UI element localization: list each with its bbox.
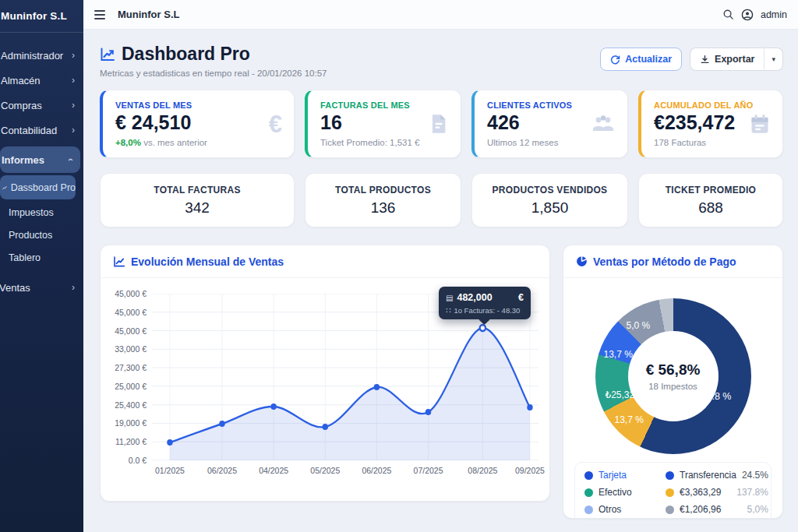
kpi-label: FACTURAS DEL MES — [320, 100, 448, 110]
sidebar-item-label: Administrador — [1, 50, 63, 62]
legend-item-efectivo[interactable]: Efectivo — [584, 487, 662, 498]
sidebar-item-administrador[interactable]: Administrador › — [0, 43, 83, 68]
kpi-label: VENTAS DEL MES — [115, 100, 281, 110]
sidebar-item-compras[interactable]: Compras › — [0, 93, 83, 118]
main-content: Dashboard Pro Metricas y estadisticas en… — [83, 30, 798, 532]
kpi-value: € 24,510 — [115, 111, 281, 134]
sales-evolution-card: Evolución Mensual de Ventas 45,000 €45,0… — [100, 245, 550, 502]
kpi-row: VENTAS DEL MES € 24,510 +8,0% vs. mes an… — [100, 90, 783, 158]
kpi-delta: +8,0% — [115, 138, 141, 147]
chevron-right-icon: › — [72, 100, 75, 111]
legend-item-tarjeta[interactable]: Tarjeta — [584, 470, 662, 481]
menu-icon[interactable] — [94, 10, 107, 19]
chart-title: Ventas por Método de Pago — [593, 255, 736, 268]
company-name: Muninfor S.L — [118, 9, 179, 20]
sidebar-item-label: Almacén — [1, 75, 41, 86]
search-icon[interactable] — [722, 9, 734, 20]
sidebar-subitem-label: Impuestos — [9, 207, 54, 218]
detail-icon: ∷ — [446, 306, 450, 315]
mini-chart-icon — [2, 184, 7, 192]
line-chart-plot: ▤ 482,000 € ∷ 1o Facturas: - 48.30 — [152, 294, 538, 460]
legend-dot — [666, 471, 674, 480]
legend-dot — [584, 506, 593, 514]
chart-card-header: Evolución Mensual de Ventas — [101, 245, 549, 278]
kpi-label: ACUMULADO DEL AÑO — [654, 100, 770, 110]
sidebar-item-label: Contabilidad — [1, 125, 57, 136]
chevron-up-icon: › — [65, 158, 76, 161]
line-chart-icon — [113, 255, 125, 268]
donut-center: € 56,8% 18 Impestos — [628, 331, 719, 421]
sidebar-item-almacen[interactable]: Almacén › — [0, 68, 83, 93]
sidebar-brand: Muninfor S.L — [0, 0, 83, 33]
chart-tooltip: ▤ 482,000 € ∷ 1o Facturas: - 48.30 — [439, 287, 531, 319]
sidebar-item-contabilidad[interactable]: Contabilidad › — [0, 118, 83, 143]
sidebar-item-impuestos[interactable]: Impuestos — [0, 201, 83, 224]
donut-chart: € 56,8% 18 Impestos 56.8 % 13,7 % ₺25,32… — [595, 298, 751, 454]
refresh-icon — [610, 55, 620, 65]
sidebar-item-label: Ventas — [1, 282, 30, 294]
page-title: Dashboard Pro — [100, 44, 327, 65]
export-split-button: Exportar ▾ — [690, 48, 783, 71]
sidebar-subitem-label: Productos — [9, 230, 52, 241]
sidebar-item-informes[interactable]: Informes › — [0, 146, 80, 173]
y-axis: 45,000 €45,000 € 45,000 €33,000 € 27,300… — [107, 290, 152, 464]
legend-dot — [666, 506, 674, 514]
kpi-label: CLIENTES ACTIVOS — [487, 100, 615, 110]
total-card-facturas: TOTAL FACTURAS 342 — [100, 173, 295, 227]
kpi-card-facturas-mes: FACTURAS DEL MES 16 Ticket Promedio: 1,5… — [305, 90, 461, 158]
chevron-right-icon: › — [72, 125, 75, 136]
sidebar-item-tablero[interactable]: Tablero — [0, 246, 83, 269]
calendar-icon — [749, 113, 771, 135]
export-button[interactable]: Exportar — [690, 48, 764, 71]
chevron-right-icon: › — [72, 75, 75, 86]
donut-card-header: Ventas por Método de Pago — [563, 245, 782, 278]
legend-item-amount-1[interactable]: €3,363,29 137.8% — [666, 487, 768, 498]
slice-label: 13,7 % — [604, 349, 633, 360]
sidebar-item-dassboard-pro[interactable]: Dassboard Pro — [0, 175, 76, 199]
refresh-button[interactable]: Actualizar — [600, 48, 682, 71]
slice-label: 5,0 % — [627, 320, 651, 331]
legend-dot — [584, 471, 593, 480]
kpi-card-ventas-mes: VENTAS DEL MES € 24,510 +8,0% vs. mes an… — [100, 90, 295, 158]
line-chart-icon — [100, 47, 115, 62]
app-frame: Muninfor S.L Administrador › Almacén › C… — [0, 0, 798, 532]
export-dropdown-button[interactable]: ▾ — [764, 48, 783, 71]
euro-icon: € — [269, 112, 282, 136]
total-card-ticket: TICKET PROMEDIO 688 — [638, 173, 783, 227]
sidebar-subitem-label: Tablero — [9, 252, 41, 263]
legend-item-amount-2[interactable]: €1,206,96 5,0% — [666, 504, 768, 515]
download-icon — [700, 55, 710, 65]
chevron-right-icon: › — [72, 50, 75, 61]
pie-chart-icon — [576, 255, 588, 267]
invoice-icon — [427, 113, 449, 135]
sidebar-item-ventas[interactable]: Ventas › — [0, 275, 83, 300]
sidebar-item-label: Informes — [2, 154, 44, 166]
kpi-card-clientes-activos: CLIENTES ACTIVOS 426 Ultimos 12 meses — [471, 90, 628, 158]
page-subtitle: Metricas y estadisticas en tiempo real -… — [100, 69, 327, 78]
totals-row: TOTAL FACTURAS 342 TOTAL PRODUCTOS 136 P… — [100, 173, 783, 227]
payment-methods-card: Ventas por Método de Pago € 56,8% 18 Imp… — [563, 245, 783, 519]
legend-dot — [666, 488, 674, 497]
slice-label: 56.8 % — [701, 391, 732, 402]
user-name[interactable]: admin — [761, 9, 787, 20]
sidebar-nav: Administrador › Almacén › Compras › Cont… — [0, 33, 83, 300]
invoice-icon: ▤ — [446, 294, 453, 302]
sidebar-item-productos[interactable]: Productos — [0, 224, 83, 246]
chevron-right-icon: › — [72, 282, 75, 293]
legend-item-otros[interactable]: Otros — [584, 504, 662, 515]
sidebar: Muninfor S.L Administrador › Almacén › C… — [0, 0, 83, 532]
page-head: Dashboard Pro Metricas y estadisticas en… — [100, 43, 783, 78]
user-icon[interactable] — [741, 9, 754, 21]
total-card-vendidos: PRODUCTOS VENDIDOS 1,850 — [471, 173, 628, 227]
slice-label: 13,7 % — [615, 414, 644, 425]
legend-item-transferencia[interactable]: Transferencia 24.5% — [666, 470, 768, 481]
slice-label: ₺25,32 — [606, 389, 635, 400]
sidebar-item-label: Compras — [1, 100, 42, 111]
chart-title: Evolución Mensual de Ventas — [131, 255, 284, 268]
donut-legend: Tarjeta Transferencia 24.5% Efectivo €3,… — [574, 462, 772, 523]
sidebar-subitem-label: Dassboard Pro — [11, 182, 76, 193]
legend-dot — [584, 488, 593, 497]
kpi-card-acumulado: ACUMULADO DEL AÑO €235,472 178 Facturas — [638, 90, 783, 158]
topbar: Muninfor S.L admin — [83, 0, 798, 30]
x-axis: 01/2025 06/2025 04/2025 05/2025 06/2025 … — [152, 460, 538, 477]
